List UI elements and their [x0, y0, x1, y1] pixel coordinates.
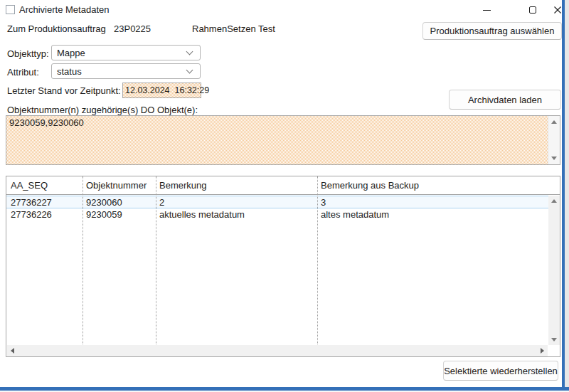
table-vertical-scrollbar[interactable] [548, 196, 560, 345]
scroll-right-icon[interactable] [541, 348, 544, 354]
title-bar: Archivierte Metadaten [0, 0, 562, 20]
table-header-row: AA_SEQ Objektnummer Bemerkung Bemerkung … [6, 176, 560, 195]
cell-aa-seq: 27736226 [11, 209, 52, 220]
close-icon [553, 6, 562, 14]
attribut-label: Attribut: [7, 67, 39, 78]
close-button[interactable] [547, 0, 568, 20]
minimize-icon [483, 10, 491, 11]
window-border-right [562, 0, 565, 392]
table-horizontal-scrollbar[interactable] [7, 345, 548, 356]
produktionsauftrag-label: Zum Produktionsauftrag [7, 23, 106, 34]
selektierte-wiederherstellen-button[interactable]: Selektierte wiederherstellen [443, 361, 558, 381]
textarea-vertical-scrollbar[interactable] [548, 116, 560, 164]
minimize-button[interactable] [476, 0, 497, 20]
scroll-up-icon[interactable] [551, 120, 557, 124]
maximize-icon [529, 6, 536, 14]
scroll-up-icon[interactable] [551, 199, 557, 203]
archivdaten-laden-button[interactable]: Archivdaten laden [449, 90, 561, 110]
column-header-bemerkung[interactable]: Bemerkung [159, 180, 206, 191]
cell-aa-seq: 27736227 [11, 197, 52, 208]
zeitpunkt-label: Letzter Stand vor Zeitpunkt: [7, 85, 121, 96]
column-separator [156, 176, 156, 344]
cell-objektnummer: 9230059 [86, 209, 122, 220]
cell-bemerkung: aktuelles metadatum [159, 209, 245, 220]
chevron-down-icon [186, 48, 193, 55]
window-title: Archivierte Metadaten [19, 4, 109, 15]
chevron-down-icon [186, 67, 193, 74]
cell-bemerkung-backup: 3 [321, 197, 326, 208]
desktop-background-right [565, 0, 569, 392]
maximize-button[interactable] [522, 0, 543, 20]
table-row[interactable]: 27736226 9230059 aktuelles metadatum alt… [6, 208, 548, 221]
column-header-bemerkung-aus-backup[interactable]: Bemerkung aus Backup [321, 180, 419, 191]
auftrag-name-value: RahmenSetzen Test [192, 23, 275, 34]
column-separator [317, 176, 318, 344]
objekttyp-label: Objekttyp: [7, 48, 49, 59]
objekttyp-dropdown[interactable]: Mappe [51, 45, 201, 60]
scroll-down-icon[interactable] [551, 338, 557, 341]
zeitpunkt-input[interactable]: 12.03.2024 16:32:29 [122, 83, 201, 98]
metadata-table: AA_SEQ Objektnummer Bemerkung Bemerkung … [6, 176, 560, 357]
scroll-left-icon[interactable] [11, 348, 14, 354]
attribut-selected-value: status [57, 66, 82, 77]
objekttyp-selected-value: Mappe [57, 48, 85, 58]
cell-bemerkung: 2 [159, 197, 164, 208]
column-separator [83, 176, 83, 344]
objektnummern-label: Objektnummer(n) zugehörige(s) DO Objekt(… [7, 105, 198, 115]
objektnummern-textarea[interactable]: 9230059,9230060 [6, 115, 560, 165]
table-row-selected[interactable]: 27736227 9230060 2 3 [6, 196, 548, 208]
cell-bemerkung-backup: altes metadatum [321, 209, 389, 220]
cell-objektnummer: 9230060 [86, 197, 122, 208]
auftrag-nummer-value: 23P0225 [114, 23, 151, 34]
produktionsauftrag-auswaehlen-button[interactable]: Produktionsauftrag auswählen [422, 22, 562, 40]
objektnummern-value: 9230059,9230060 [9, 117, 84, 128]
column-header-aa-seq[interactable]: AA_SEQ [11, 180, 48, 191]
column-header-objektnummer[interactable]: Objektnummer [86, 180, 147, 191]
attribut-dropdown[interactable]: status [51, 63, 201, 79]
scroll-down-icon[interactable] [551, 157, 557, 160]
window-icon [6, 5, 15, 14]
